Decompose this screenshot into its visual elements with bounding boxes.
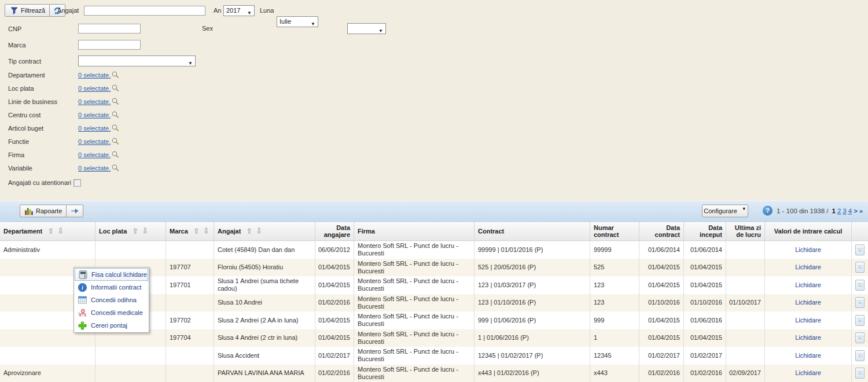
row-detail-hand-icon[interactable]: ☜: [855, 297, 865, 308]
menu-item-concedii-odihna[interactable]: Concedii odihna: [75, 294, 148, 306]
tip-contract-select[interactable]: ▼: [78, 55, 196, 66]
menu-item-informatii-contract[interactable]: i Informatii contract: [75, 281, 148, 294]
column-header-angajat[interactable]: Angajat ⇧⇩: [214, 222, 315, 240]
row-detail-hand-icon[interactable]: ☜: [855, 368, 865, 379]
column-header-label: Contract: [478, 228, 504, 235]
pagination-next-icon[interactable]: >: [854, 207, 858, 214]
lichidare-link[interactable]: Lichidare: [795, 281, 821, 289]
sex-select[interactable]: ▼: [347, 23, 386, 34]
lichidare-link[interactable]: Lichidare: [795, 264, 821, 271]
sort-asc-icon[interactable]: ⇧: [246, 227, 252, 235]
pagination-page-link[interactable]: 2: [837, 207, 841, 214]
cell-loc_plata: [95, 347, 166, 365]
angajat-input[interactable]: [84, 6, 205, 16]
cell-ultima_zi: [726, 329, 765, 347]
lichidare-link[interactable]: Lichidare: [795, 334, 821, 342]
table-row[interactable]: AdministrativCotet (45849) Dan dan dan06…: [0, 241, 868, 259]
lichidare-link[interactable]: Lichidare: [795, 246, 821, 254]
selectate-link[interactable]: 0 selectate.: [78, 165, 111, 172]
selectate-link[interactable]: 0 selectate.: [78, 72, 111, 79]
column-header-label: Loc plata: [99, 228, 127, 235]
column-header-numar-contract[interactable]: Numar contract: [590, 222, 639, 240]
row-detail-hand-icon[interactable]: ☜: [855, 332, 865, 343]
sort-desc-icon[interactable]: ⇩: [203, 227, 209, 235]
column-header-departament[interactable]: Departament ⇧⇩: [0, 222, 95, 240]
column-header-firma[interactable]: Firma: [354, 222, 475, 240]
column-header-data-angajare[interactable]: Data angajare: [315, 222, 354, 240]
cell-loc_plata: [95, 365, 166, 382]
marca-input[interactable]: [78, 40, 141, 50]
magnifier-icon[interactable]: [112, 84, 119, 93]
atentionari-checkbox[interactable]: [73, 179, 81, 187]
sort-asc-icon[interactable]: ⇧: [132, 227, 138, 235]
chevron-down-icon: ▼: [247, 8, 252, 18]
selectate-link[interactable]: 0 selectate.: [78, 98, 111, 105]
magnifier-icon[interactable]: [112, 151, 119, 160]
column-header-data-contract[interactable]: Data contract: [639, 222, 684, 240]
pagination-page-link[interactable]: 3: [843, 207, 846, 214]
an-select[interactable]: 2017 ▼: [223, 5, 255, 16]
pagination-last-icon[interactable]: »: [859, 207, 863, 214]
lookup-filter-label: Centru cost: [8, 112, 78, 118]
cell-angajat: Slusa Accident: [214, 347, 315, 365]
cnp-input[interactable]: [78, 24, 141, 34]
menu-item-concedii-medicale[interactable]: Concedii medicale: [75, 306, 148, 319]
lichidare-link[interactable]: Lichidare: [795, 317, 821, 324]
lichidare-link[interactable]: Lichidare: [795, 299, 821, 306]
sort-asc-icon[interactable]: ⇧: [193, 227, 200, 235]
column-header-contract[interactable]: Contract: [475, 222, 590, 240]
magnifier-icon[interactable]: [112, 71, 119, 80]
help-icon[interactable]: ?: [763, 206, 773, 216]
row-detail-hand-icon[interactable]: ☜: [855, 244, 865, 255]
filter-button[interactable]: Filtrează: [5, 4, 50, 17]
rapoarte-button[interactable]: Rapoarte: [20, 205, 67, 217]
lichidare-link[interactable]: Lichidare: [795, 352, 821, 359]
menu-item-label: Cereri pontaj: [91, 322, 127, 329]
filter-button-group: Filtrează: [5, 4, 65, 17]
row-detail-hand-icon[interactable]: ☜: [855, 262, 865, 273]
sort-desc-icon[interactable]: ⇩: [256, 227, 262, 235]
configurare-button-label: Configurare: [704, 207, 737, 214]
cell-data_angajare: 06/06/2012: [315, 241, 354, 259]
sort-desc-icon[interactable]: ⇩: [57, 227, 64, 235]
cell-marca: 197704: [166, 329, 214, 347]
table-row[interactable]: AprovizonarePARVAN LAVINIA ANA MARIA01/0…: [0, 365, 868, 382]
magnifier-icon[interactable]: [112, 98, 119, 106]
cell-marca: 197701: [166, 276, 214, 294]
menu-item-cereri-pontaj[interactable]: Cereri pontaj: [75, 319, 148, 332]
sex-label: Sex: [202, 25, 213, 32]
column-header-ultima-zi[interactable]: Ultima zi de lucru: [726, 222, 765, 240]
magnifier-icon[interactable]: [112, 138, 119, 146]
column-header-loc-plata[interactable]: Loc plata ⇧⇩: [95, 222, 166, 240]
pagination-page-link[interactable]: 4: [848, 207, 852, 214]
column-header-data-inceput[interactable]: Data inceput: [684, 222, 726, 240]
column-header-marca[interactable]: Marca ⇧⇩: [166, 222, 214, 240]
menu-item-fisa-calcul-lichidare[interactable]: Fisa calcul lichidare: [75, 268, 148, 281]
selectate-link[interactable]: 0 selectate.: [78, 85, 111, 92]
table-row[interactable]: Slusa Accident01/02/2017Montero Soft SRL…: [0, 347, 868, 365]
sort-asc-icon[interactable]: ⇧: [47, 227, 54, 235]
magnifier-icon[interactable]: [112, 124, 119, 133]
svg-text:i: i: [82, 284, 83, 291]
magnifier-icon[interactable]: [112, 111, 119, 120]
column-header-valori[interactable]: Valori de intrare calcul: [765, 222, 852, 240]
cell-data_inceput: 01/02/2016: [684, 365, 726, 382]
cell-data_inceput: 01/06/2014: [684, 241, 726, 259]
configurare-button[interactable]: Configurare ▼: [702, 205, 748, 217]
row-detail-hand-icon[interactable]: ☜: [855, 350, 865, 361]
plus-icon: [78, 321, 87, 330]
selectate-link[interactable]: 0 selectate.: [78, 138, 111, 145]
row-detail-hand-icon[interactable]: ☜: [855, 315, 865, 326]
rapoarte-export-button[interactable]: [67, 205, 83, 217]
cell-numar_contract: 525: [590, 259, 639, 277]
row-action-cell: ☜: [852, 347, 868, 365]
row-detail-hand-icon[interactable]: ☜: [855, 280, 865, 291]
lichidare-link[interactable]: Lichidare: [795, 369, 821, 377]
lookup-filter-row: Linie de business0 selectate.: [8, 97, 868, 106]
selectate-link[interactable]: 0 selectate.: [78, 151, 111, 158]
magnifier-icon[interactable]: [112, 164, 119, 173]
selectate-link[interactable]: 0 selectate.: [78, 125, 111, 132]
selectate-link[interactable]: 0 selectate.: [78, 112, 111, 118]
sort-desc-icon[interactable]: ⇩: [142, 227, 148, 235]
lookup-filter-label: Firma: [8, 151, 78, 158]
